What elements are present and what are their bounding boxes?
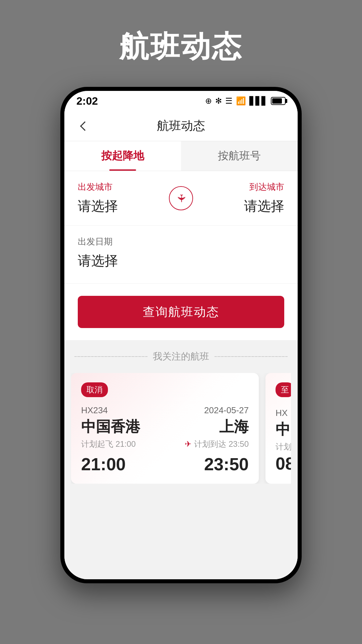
status-time: 2:02 xyxy=(76,95,98,107)
flight-left-0: HX234 中国香港 计划起飞 21:00 xyxy=(81,405,140,449)
back-button[interactable] xyxy=(76,118,93,135)
tab-by-route[interactable]: 按起降地 xyxy=(64,141,181,171)
time-row-0: 21:00 23:50 xyxy=(81,453,249,474)
dest-col[interactable]: 到达城市 请选择 xyxy=(196,181,284,215)
origin-city-1: 中 xyxy=(276,420,291,439)
date-row[interactable]: 出发日期 请选择 xyxy=(64,226,298,284)
phone-screen: 2:02 ⊕ ✻ ☰ 📶 ▋▋▋ 航班动态 xyxy=(64,91,298,579)
plane-swap-icon: ✈ xyxy=(175,194,187,203)
search-button[interactable]: 查询航班动态 xyxy=(78,296,284,328)
flight-number-0: HX234 xyxy=(81,405,140,416)
depart-label-1: 计划 xyxy=(276,441,291,452)
tab-bar: 按起降地 按航班号 xyxy=(64,141,298,171)
phone-frame: 2:02 ⊕ ✻ ☰ 📶 ▋▋▋ 航班动态 xyxy=(60,87,302,583)
swap-circle: ✈ xyxy=(169,186,193,210)
date-label: 出发日期 xyxy=(78,236,284,248)
tab-by-number[interactable]: 按航班号 xyxy=(181,141,298,171)
divider-right xyxy=(215,356,288,357)
origin-label: 出发城市 xyxy=(78,181,166,193)
bluetooth-icon: ✻ xyxy=(215,96,222,106)
flight-card-0[interactable]: 取消 HX234 中国香港 计划起飞 21:00 2024-05-27 上海 xyxy=(71,373,259,484)
arrive-time-0: 23:50 xyxy=(204,454,249,474)
flight-info-row-0: HX234 中国香港 计划起飞 21:00 2024-05-27 上海 ✈ 计划… xyxy=(81,405,249,449)
flight-cards: 取消 HX234 中国香港 计划起飞 21:00 2024-05-27 上海 xyxy=(71,373,291,484)
section-divider: 我关注的航班 xyxy=(71,340,291,373)
dest-label: 到达城市 xyxy=(196,181,284,193)
swap-button[interactable]: ✈ xyxy=(166,186,196,210)
divider-left xyxy=(74,356,147,357)
depart-time-0: 21:00 xyxy=(81,454,126,474)
depart-label-0: 计划起飞 21:00 xyxy=(81,439,140,449)
followed-section: 我关注的航班 取消 HX234 中国香港 计 xyxy=(64,340,298,490)
flight-date-0: 2024-05-27 xyxy=(185,405,249,416)
origin-city-0: 中国香港 xyxy=(81,417,140,437)
page-title-area: 航班动态 xyxy=(0,0,362,87)
status-label-0: 取消 xyxy=(81,382,108,397)
nav-bar: 航班动态 xyxy=(64,111,298,141)
signal-icon: ▋▋▋ xyxy=(249,96,267,106)
flight-status-tag-0: 取消 xyxy=(81,382,249,402)
arrive-plane-icon: ✈ xyxy=(185,439,191,449)
flight-card-1-partial[interactable]: 至 HX 中 计划 08 xyxy=(265,373,291,484)
search-btn-wrap: 查询航班动态 xyxy=(64,284,298,340)
dest-city-0: 上海 xyxy=(185,417,249,437)
depart-time-1: 08 xyxy=(276,453,291,474)
date-value: 请选择 xyxy=(78,252,284,270)
search-card: 按起降地 按航班号 出发城市 请选择 ✈ xyxy=(64,141,298,340)
back-chevron-icon xyxy=(80,121,89,130)
content-area: 按起降地 按航班号 出发城市 请选择 ✈ xyxy=(64,141,298,579)
status-bar: 2:02 ⊕ ✻ ☰ 📶 ▋▋▋ xyxy=(64,91,298,111)
dest-value: 请选择 xyxy=(196,197,284,215)
page-bg-title: 航班动态 xyxy=(119,27,243,67)
wifi-icon: 📶 xyxy=(236,96,246,106)
partial-number: HX 中 计划 08 xyxy=(276,408,291,474)
flight-right-0: 2024-05-27 上海 ✈ 计划到达 23:50 xyxy=(185,405,249,449)
flight-status-tag-1: 至 xyxy=(276,382,291,402)
divider-text: 我关注的航班 xyxy=(153,350,209,363)
nav-title: 航班动态 xyxy=(93,118,269,134)
origin-value: 请选择 xyxy=(78,197,166,215)
status-label-1: 至 xyxy=(276,382,291,397)
arrive-label-0: ✈ 计划到达 23:50 xyxy=(185,439,249,449)
status-icons: ⊕ ✻ ☰ 📶 ▋▋▋ xyxy=(205,96,286,106)
flight-number-1: HX xyxy=(276,408,291,418)
nfc-icon: ⊕ xyxy=(205,96,212,106)
origin-col[interactable]: 出发城市 请选择 xyxy=(78,181,166,215)
vibrate-icon: ☰ xyxy=(225,96,233,106)
city-selector-row: 出发城市 请选择 ✈ 到达城市 请选择 xyxy=(64,171,298,226)
battery-icon xyxy=(271,97,286,105)
